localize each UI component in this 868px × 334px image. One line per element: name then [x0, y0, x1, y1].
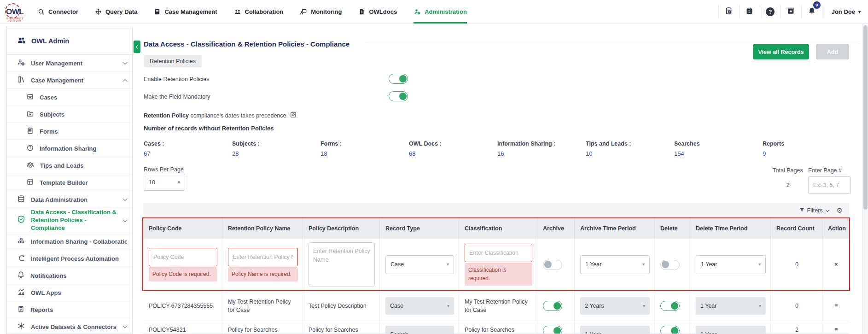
nav-item-owldocs[interactable]: OWLdocs	[358, 0, 397, 23]
row-menu-button[interactable]: ≡	[822, 291, 849, 321]
view-all-records-button[interactable]: View all Records	[753, 44, 809, 59]
col-header-delete: Delete	[655, 218, 690, 239]
stat-searches: Searches154	[674, 141, 763, 157]
column-settings-button[interactable]: ⚙	[837, 206, 843, 215]
nav-item-collaboration[interactable]: Collaboration	[234, 0, 284, 23]
total-pages-label: Total Pages	[767, 167, 809, 174]
delete-period-value: 1 Year	[700, 330, 717, 334]
notifications-button[interactable]: 9	[801, 5, 822, 19]
policy-code-input[interactable]	[149, 248, 217, 266]
nav-item-monitoring[interactable]: Monitoring	[300, 0, 342, 23]
delete-time-period-select[interactable]: 1 Year▾	[696, 326, 766, 334]
topnav-right-actions: ? 9 Jon Doe ▾	[718, 0, 868, 23]
apps-package-button[interactable]	[781, 5, 801, 19]
nav-item-label: OWLdocs	[369, 8, 397, 15]
col-header-record-type: Record Type	[380, 218, 459, 239]
retention-policy-name-input[interactable]	[228, 248, 298, 266]
delete-toggle[interactable]	[660, 326, 680, 334]
sidebar-item-data-administration[interactable]: Data Administration	[7, 191, 132, 208]
edit-icon[interactable]	[290, 111, 297, 119]
delete-time-period-select[interactable]: 1 Year▾	[696, 255, 766, 274]
chevron-down-icon: ▾	[643, 303, 645, 310]
archive-toggle[interactable]	[543, 301, 562, 311]
delete-toggle[interactable]	[660, 260, 680, 270]
enter-page-input[interactable]	[808, 176, 851, 194]
sidebar-item-cases[interactable]: Cases	[7, 89, 132, 106]
sidebar-item-forms[interactable]: Forms	[7, 123, 132, 140]
archive-toggle[interactable]	[543, 260, 562, 270]
sidebar-item-owl-apps[interactable]: OWL Apps	[7, 284, 132, 301]
stat-owl-docs-value[interactable]: 68	[409, 150, 497, 157]
sidebar-item-information-sharing-collaboration[interactable]: Information Sharing - Collaboration	[7, 233, 132, 250]
rows-per-page-select[interactable]: 10 ▾	[144, 174, 185, 191]
sidebar-item-data-access-compliance[interactable]: Data Access - Classification & Retention…	[7, 208, 132, 233]
stat-searches-value[interactable]: 154	[674, 150, 763, 157]
record-count-link[interactable]: 0	[771, 239, 822, 291]
archive-time-period-select[interactable]: 1 Year▾	[580, 326, 650, 334]
stat-forms-value[interactable]: 18	[320, 150, 409, 157]
clipboard-check-icon	[725, 7, 733, 17]
books-icon	[17, 76, 25, 85]
stat-subjects: Subjects :28	[232, 141, 320, 157]
help-button[interactable]: ?	[760, 5, 781, 19]
sidebar-item-intelligent-process-automation[interactable]: Intelligent Process Automation	[7, 250, 132, 267]
archive-time-period-select[interactable]: 2 Years▾	[580, 297, 650, 315]
sidebar-header-owl-admin[interactable]: OWL Admin	[7, 27, 132, 55]
user-menu[interactable]: Jon Doe ▾	[822, 5, 868, 19]
tab-retention-policies[interactable]: Retention Policies	[144, 55, 202, 67]
stat-reports-value[interactable]: 9	[763, 150, 851, 157]
record-type-select[interactable]: Case▾	[385, 297, 454, 315]
record-count-link[interactable]: 2	[771, 321, 822, 334]
sidebar-item-information-sharing[interactable]: Information Sharing	[7, 140, 132, 157]
delete-time-period-select[interactable]: 1 Year▾	[696, 297, 766, 315]
sidebar-item-template-builder[interactable]: Template Builder	[7, 174, 132, 191]
enter-page-block: Enter Page #	[808, 167, 851, 194]
sidebar-item-tips-and-leads[interactable]: Tips and Leads	[7, 157, 132, 174]
sidebar-item-label: OWL Apps	[31, 289, 61, 296]
sidebar-item-subjects[interactable]: Subjects	[7, 106, 132, 123]
sidebar-item-reports[interactable]: Reports	[7, 301, 132, 318]
row-menu-button[interactable]: ≡	[822, 321, 849, 334]
chevron-down-icon: ▾	[447, 261, 449, 268]
delete-toggle[interactable]	[660, 301, 680, 311]
record-type-select[interactable]: Case▾	[385, 255, 454, 274]
nav-item-administration[interactable]: Administration	[414, 0, 467, 23]
approvals-button[interactable]	[718, 5, 739, 19]
sidebar-collapse-button[interactable]	[134, 41, 140, 53]
filters-dropdown[interactable]: Filters	[807, 207, 829, 214]
sidebar-item-case-management[interactable]: Case Management	[7, 72, 132, 89]
sidebar-item-user-management[interactable]: User Management	[7, 55, 132, 72]
enable-retention-policies-toggle[interactable]	[389, 74, 408, 84]
page-scrollbar[interactable]	[862, 24, 868, 334]
stat-information-sharing-value[interactable]: 16	[497, 150, 586, 157]
nav-item-query-data[interactable]: Query Data	[95, 0, 137, 23]
nav-item-connector[interactable]: Connector	[38, 0, 78, 23]
admin-users-gear-icon	[414, 8, 421, 15]
classification-input[interactable]	[465, 244, 532, 262]
sidebar-item-label: Reports	[30, 306, 53, 313]
people-group-icon	[26, 161, 35, 170]
policy-description-textarea[interactable]	[309, 242, 375, 287]
table-row: POLICY54321 Policy for Searches Policy f…	[143, 321, 849, 334]
cancel-row-button[interactable]: ×	[822, 239, 849, 291]
add-button[interactable]: Add	[816, 44, 849, 59]
record-type-select[interactable]: Search▾	[385, 326, 454, 334]
sidebar-item-active-datasets-connectors[interactable]: Active Datasets & Connectors	[7, 318, 132, 334]
record-count-link[interactable]: 0	[771, 291, 822, 321]
folder-icon	[26, 110, 34, 119]
scrollbar-thumb[interactable]	[863, 25, 868, 210]
stat-subjects-value[interactable]: 28	[232, 150, 320, 157]
sidebar-item-notifications[interactable]: Notifications	[7, 267, 132, 284]
make-field-mandatory-toggle[interactable]	[389, 91, 408, 101]
archive-time-period-select[interactable]: 1 Year▾	[580, 255, 650, 274]
archive-toggle[interactable]	[543, 326, 562, 334]
calendar-button[interactable]	[739, 5, 760, 19]
archive-period-value: 1 Year	[585, 330, 601, 334]
stat-cases-value[interactable]: 67	[144, 150, 232, 157]
sidebar-item-label: Tips and Leads	[40, 162, 83, 169]
nav-item-case-management[interactable]: Case Management	[154, 0, 217, 23]
sidebar-item-label: Notifications	[30, 272, 67, 279]
enable-retention-policies-label: Enable Retention Policies	[144, 76, 209, 82]
owl-logo[interactable]: OWL INTELLIGENCE PLATFORM	[0, 0, 29, 24]
stat-tips-and-leads-value[interactable]: 10	[586, 150, 674, 157]
